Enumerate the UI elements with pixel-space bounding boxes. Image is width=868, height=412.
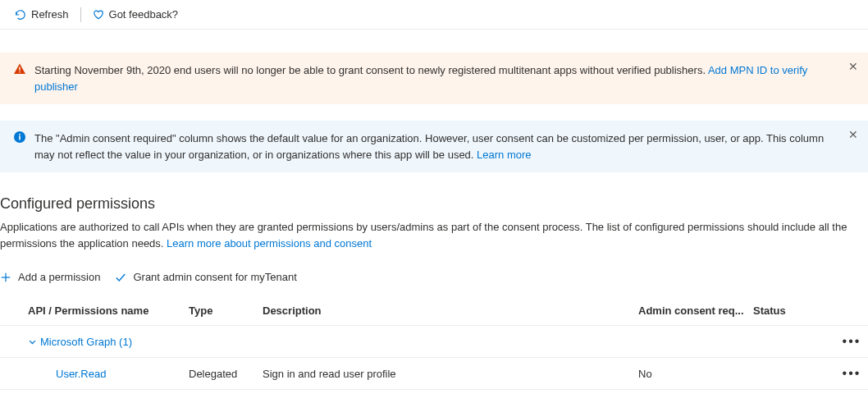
col-header-type[interactable]: Type [189,304,263,317]
heart-icon [93,9,104,21]
refresh-button[interactable]: Refresh [7,3,77,25]
info-banner: The "Admin consent required" column show… [0,121,868,172]
feedback-label: Got feedback? [109,8,179,21]
info-text: The "Admin consent required" column show… [34,130,855,163]
svg-rect-1 [19,71,20,72]
warning-banner: Starting November 9th, 2020 end users wi… [0,53,868,104]
svg-rect-4 [19,134,21,135]
col-header-name[interactable]: API / Permissions name [0,304,189,317]
more-icon[interactable]: ••• [843,366,861,380]
permission-type: Delegated [189,368,263,380]
permissions-table: API / Permissions name Type Description … [0,296,868,390]
refresh-icon [15,9,26,21]
feedback-button[interactable]: Got feedback? [85,3,187,25]
svg-rect-3 [19,136,21,140]
permission-name-link[interactable]: User.Read [56,368,106,380]
action-bar: Add a permission Grant admin consent for… [0,266,868,288]
table-row: User.Read Delegated Sign in and read use… [0,358,868,390]
permission-description: Sign in and read user profile [263,368,638,380]
api-group-link[interactable]: Microsoft Graph (1) [40,336,132,348]
table-header-row: API / Permissions name Type Description … [0,296,868,326]
section-description: Applications are authorized to call APIs… [0,219,868,251]
more-icon[interactable]: ••• [843,334,861,348]
plus-icon [0,272,11,283]
col-header-status[interactable]: Status [753,304,835,317]
section-heading: Configured permissions [0,195,868,213]
permissions-learn-more-link[interactable]: Learn more about permissions and consent [167,237,372,249]
refresh-label: Refresh [31,8,69,21]
add-permission-button[interactable]: Add a permission [0,271,100,283]
warning-text: Starting November 9th, 2020 end users wi… [34,62,855,94]
close-icon[interactable]: ✕ [848,129,858,140]
chevron-down-icon [28,337,37,346]
grant-consent-label: Grant admin consent for myTenant [133,271,296,283]
permission-consent: No [638,368,753,380]
add-permission-label: Add a permission [18,271,100,283]
close-icon[interactable]: ✕ [848,61,858,72]
info-icon [13,130,26,144]
toolbar-divider [80,7,81,22]
col-header-consent[interactable]: Admin consent req... [638,304,753,317]
check-icon [115,272,126,283]
warning-icon [13,62,26,76]
grant-consent-button[interactable]: Grant admin consent for myTenant [115,271,296,283]
svg-rect-0 [19,67,20,71]
col-header-description[interactable]: Description [263,304,638,317]
info-learn-more-link[interactable]: Learn more [477,149,531,161]
toolbar: Refresh Got feedback? [0,0,868,30]
table-group-row[interactable]: Microsoft Graph (1) ••• [0,326,868,358]
